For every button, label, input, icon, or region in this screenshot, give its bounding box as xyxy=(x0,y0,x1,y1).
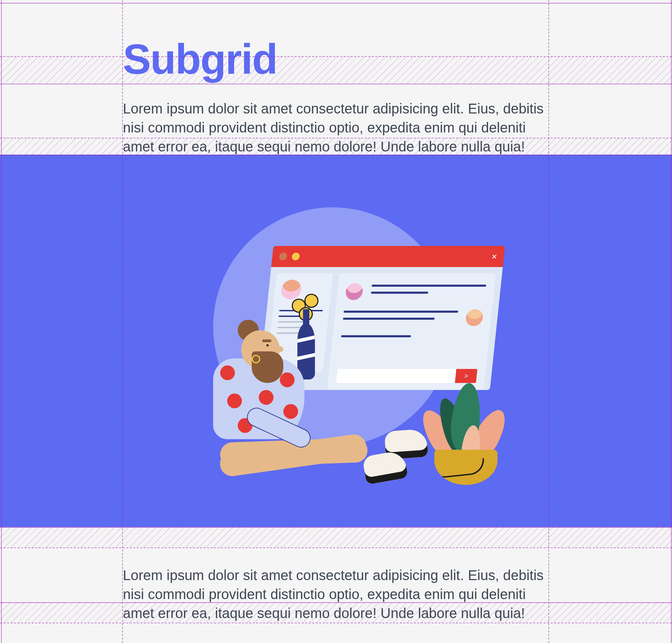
avatar-icon xyxy=(345,283,363,300)
text-line-placeholder xyxy=(371,285,486,287)
list-item xyxy=(345,283,486,300)
window-traffic-lights xyxy=(279,253,300,260)
window-dot-yellow xyxy=(291,253,300,260)
intro-paragraph: Lorem ipsum dolor sit amet consectetur a… xyxy=(123,99,548,156)
text-lines xyxy=(370,285,486,299)
page-title: Subgrid xyxy=(123,38,548,80)
list-item xyxy=(342,309,484,326)
avatar-icon xyxy=(281,280,302,299)
page: × xyxy=(0,0,672,643)
potted-plant xyxy=(420,372,508,485)
eye xyxy=(266,344,269,346)
person-hand xyxy=(304,443,322,460)
grid-gap-hatch xyxy=(0,527,672,547)
avatar-icon xyxy=(465,309,484,326)
plant-pot xyxy=(434,450,498,485)
earring-icon xyxy=(252,355,260,363)
polka-dot xyxy=(280,372,295,387)
person-illustration xyxy=(199,330,396,478)
polka-dot xyxy=(283,404,298,419)
grid-line-horizontal xyxy=(0,84,672,84)
nose xyxy=(276,346,283,352)
grid-line-horizontal xyxy=(0,547,672,548)
hero-illustration-block: × xyxy=(0,155,672,527)
browser-titlebar: × xyxy=(271,246,505,267)
eyebrow xyxy=(262,339,271,342)
polka-dot xyxy=(220,365,235,380)
grid-line-horizontal xyxy=(0,623,672,623)
text-lines xyxy=(342,311,458,325)
text-line-placeholder xyxy=(343,318,434,320)
flower-icon xyxy=(304,294,318,308)
text-line-placeholder xyxy=(371,292,428,294)
polka-dot xyxy=(259,390,274,405)
polka-dot xyxy=(227,394,242,408)
body-paragraph: Lorem ipsum dolor sit amet consectetur a… xyxy=(123,566,548,623)
grid-line-horizontal xyxy=(0,3,672,4)
window-dot-red xyxy=(279,253,287,260)
text-line-placeholder xyxy=(344,311,459,313)
hero-illustration: × xyxy=(167,197,505,485)
close-icon: × xyxy=(491,252,498,261)
